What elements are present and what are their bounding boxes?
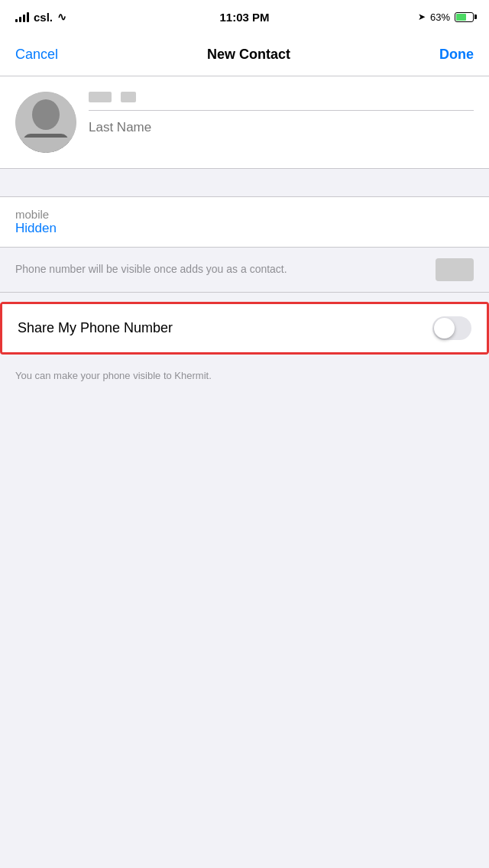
name-fields [89, 92, 474, 135]
status-time: 11:03 PM [219, 11, 269, 24]
status-left: csl. ∿ [15, 11, 66, 24]
svg-rect-3 [15, 138, 76, 153]
cancel-button[interactable]: Cancel [15, 47, 58, 63]
signal-bar-1 [15, 19, 18, 22]
footer-text: You can make your phone visible to Kherm… [0, 364, 489, 397]
phone-label-col: mobile Hidden [15, 208, 57, 236]
share-phone-label: Share My Phone Number [18, 320, 173, 336]
avatar-image [15, 92, 76, 153]
battery-icon [455, 12, 474, 22]
section-gap-1 [0, 169, 489, 196]
avatar[interactable] [15, 92, 76, 153]
battery-percent: 63% [430, 11, 450, 23]
signal-bar-4 [27, 12, 29, 22]
carrier-name: csl. [34, 11, 53, 24]
contact-header [0, 76, 489, 169]
signal-bars-icon [15, 11, 29, 22]
done-button[interactable]: Done [439, 47, 474, 63]
status-bar: csl. ∿ 11:03 PM ➤ 63% [0, 0, 489, 34]
wifi-icon: ∿ [57, 11, 66, 23]
first-name-redacted-2 [121, 92, 136, 102]
first-name-row [89, 92, 474, 111]
svg-point-1 [32, 99, 60, 130]
first-name-redacted-1 [89, 92, 112, 102]
share-section-wrapper: Share My Phone Number [0, 302, 489, 355]
phone-type-label: mobile [15, 208, 57, 221]
share-phone-toggle[interactable] [432, 316, 471, 340]
nav-bar: Cancel New Contact Done [0, 34, 489, 76]
location-icon: ➤ [418, 11, 426, 22]
status-right: ➤ 63% [418, 11, 474, 23]
page-title: New Contact [207, 47, 290, 63]
phone-number-value: Hidden [15, 221, 57, 236]
phone-section: mobile Hidden [0, 196, 489, 248]
signal-bar-2 [19, 17, 21, 22]
phone-row: mobile Hidden [0, 197, 489, 247]
avatar-svg [15, 92, 76, 153]
toggle-knob [434, 318, 455, 338]
last-name-field[interactable] [89, 112, 474, 135]
bottom-area [0, 397, 489, 626]
share-phone-row: Share My Phone Number [2, 304, 487, 352]
footer-message: You can make your phone visible to Kherm… [15, 370, 212, 381]
info-box-avatar-redacted [436, 258, 474, 281]
info-text: Phone number will be visible once adds y… [15, 262, 306, 277]
info-box: Phone number will be visible once adds y… [0, 248, 489, 293]
signal-bar-3 [23, 15, 25, 22]
